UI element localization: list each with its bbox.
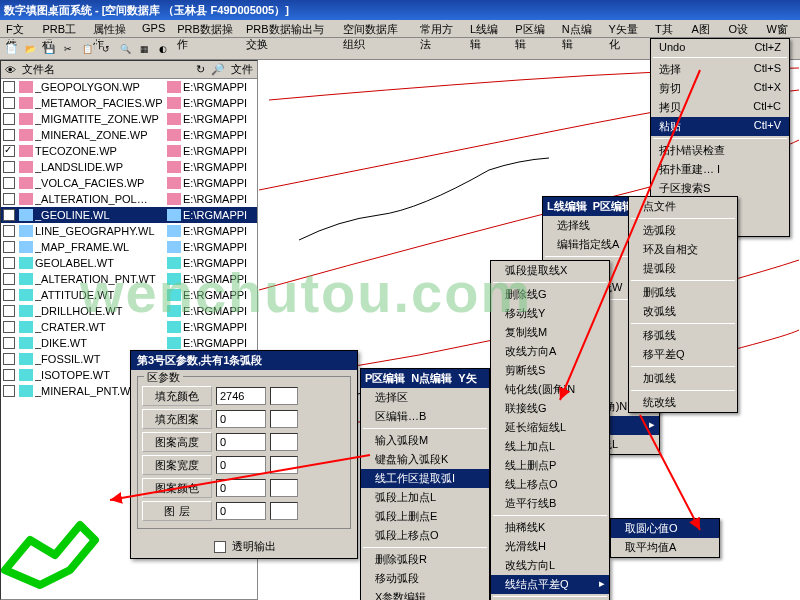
param-value[interactable]: 0	[216, 502, 266, 520]
file-row[interactable]: TECOZONE.WPE:\RGMAPPI	[1, 143, 257, 159]
menu-item[interactable]: 光滑线H	[491, 537, 609, 556]
file-checkbox[interactable]	[3, 385, 15, 397]
transparent-checkbox[interactable]	[214, 541, 226, 553]
param-value[interactable]: 0	[216, 433, 266, 451]
menu-PRB数据输出与交换[interactable]: PRB数据输出与交换	[240, 20, 337, 37]
menu-node-avg[interactable]: 取圆心值O取平均值A	[610, 518, 720, 558]
param-button[interactable]: 图 层	[142, 501, 212, 521]
param-button[interactable]: 填充图案	[142, 409, 212, 429]
file-row[interactable]: _ALTERATION_PNT.WTE:\RGMAPPI	[1, 271, 257, 287]
menu-item[interactable]: 移动线Y	[491, 304, 609, 323]
menu-GPS[interactable]: GPS	[136, 20, 171, 37]
file-row[interactable]: _MAP_FRAME.WLE:\RGMAPPI	[1, 239, 257, 255]
file-checkbox[interactable]	[3, 81, 15, 93]
color-swatch[interactable]	[270, 410, 298, 428]
param-value[interactable]: 0	[216, 410, 266, 428]
menu-L线编辑[interactable]: L线编辑	[464, 20, 509, 37]
file-checkbox[interactable]	[3, 129, 15, 141]
tool-icon[interactable]: ↺	[97, 40, 115, 58]
file-row[interactable]: _GEOLINE.WLE:\RGMAPPI	[1, 207, 257, 223]
menu-item[interactable]: 删除弧段R	[361, 550, 489, 569]
menu-item[interactable]: 复制线M	[491, 323, 609, 342]
param-button[interactable]: 图案宽度	[142, 455, 212, 475]
menu-item[interactable]: 延长缩短线L	[491, 418, 609, 437]
file-checkbox[interactable]	[3, 289, 15, 301]
menu-item[interactable]: 弧段上删点E	[361, 507, 489, 526]
menu-item[interactable]: X参数编辑	[361, 588, 489, 600]
menu-item[interactable]: 取平均值A	[611, 538, 719, 557]
file-checkbox[interactable]	[3, 321, 15, 333]
tool-icon[interactable]: 💾	[40, 40, 58, 58]
param-button[interactable]: 图案高度	[142, 432, 212, 452]
file-row[interactable]: _VOLCA_FACIES.WPE:\RGMAPPI	[1, 175, 257, 191]
color-swatch[interactable]	[270, 387, 298, 405]
menu-item[interactable]: 改线方向L	[491, 556, 609, 575]
file-row[interactable]: _CRATER.WTE:\RGMAPPI	[1, 319, 257, 335]
menu-item[interactable]: UndoCtl+Z	[651, 39, 789, 55]
menu-item[interactable]: 键盘输入弧段K	[361, 450, 489, 469]
menu-属性操作[interactable]: 属性操作	[87, 20, 136, 37]
file-checkbox[interactable]	[3, 305, 15, 317]
menu-item[interactable]: 统改线	[629, 393, 737, 412]
menu-A图层[interactable]: A图层	[685, 20, 722, 37]
menu-region-edit[interactable]: P区编辑N点编辑Y矢 选择区区编辑…B输入弧段M键盘输入弧段K线工作区提取弧I弧…	[360, 368, 490, 600]
param-value[interactable]: 0	[216, 479, 266, 497]
menu-item[interactable]: 弧段上加点L	[361, 488, 489, 507]
menu-item[interactable]: 粘贴Ctl+V	[651, 117, 789, 136]
menu-PRB数据操作[interactable]: PRB数据操作	[171, 20, 240, 37]
menu-P区编辑[interactable]: P区编辑	[509, 20, 555, 37]
file-row[interactable]: _GEOPOLYGON.WPE:\RGMAPPI	[1, 79, 257, 95]
menu-item[interactable]: 线上移点O	[491, 475, 609, 494]
menu-item[interactable]: 造平行线B	[491, 494, 609, 513]
param-button[interactable]: 填充颜色	[142, 386, 212, 406]
menu-item[interactable]: 点文件	[629, 197, 737, 216]
menu-item[interactable]: 抽稀线K	[491, 518, 609, 537]
menu-O设置[interactable]: O设置	[722, 20, 760, 37]
menu-item[interactable]: 拓扑重建… I	[651, 160, 789, 179]
menu-item[interactable]: 弧段上移点O	[361, 526, 489, 545]
menu-W窗口[interactable]: W窗口	[760, 20, 800, 37]
tool-icon[interactable]: 📂	[21, 40, 39, 58]
tool-icon[interactable]: ◐	[154, 40, 172, 58]
file-row[interactable]: _DRILLHOLE.WTE:\RGMAPPI	[1, 303, 257, 319]
color-swatch[interactable]	[270, 479, 298, 497]
menu-item[interactable]: 线上加点L	[491, 437, 609, 456]
menu-item[interactable]: 剪切Ctl+X	[651, 79, 789, 98]
file-checkbox[interactable]	[3, 209, 15, 221]
menu-item[interactable]: 选择Ctl+S	[651, 60, 789, 79]
menu-bar[interactable]: F文件PRB工程属性操作GPSPRB数据操作PRB数据输出与交换空间数据库组织常…	[0, 20, 800, 38]
menu-item[interactable]: 区编辑…B	[361, 407, 489, 426]
menu-item[interactable]: 加弧线	[629, 369, 737, 388]
file-checkbox[interactable]	[3, 193, 15, 205]
menu-item[interactable]: 删弧线	[629, 283, 737, 302]
file-checkbox[interactable]	[3, 225, 15, 237]
menu-item[interactable]: 联接线G	[491, 399, 609, 418]
file-checkbox[interactable]	[3, 369, 15, 381]
menu-item[interactable]: 线工作区提取弧I	[361, 469, 489, 488]
menu-item[interactable]: 线上删点P	[491, 456, 609, 475]
param-value[interactable]: 0	[216, 456, 266, 474]
file-checkbox[interactable]	[3, 337, 15, 349]
menu-item[interactable]: 环及自相交	[629, 240, 737, 259]
menu-N点编辑[interactable]: N点编辑	[556, 20, 603, 37]
file-row[interactable]: _ALTERATION_POL…E:\RGMAPPI	[1, 191, 257, 207]
file-checkbox[interactable]	[3, 241, 15, 253]
tool-icon[interactable]: ▦	[135, 40, 153, 58]
menu-item[interactable]: 取圆心值O	[611, 519, 719, 538]
file-row[interactable]: GEOLABEL.WTE:\RGMAPPI	[1, 255, 257, 271]
file-checkbox[interactable]	[3, 177, 15, 189]
menu-item[interactable]: 移动弧段	[361, 569, 489, 588]
file-checkbox[interactable]	[3, 145, 15, 157]
color-swatch[interactable]	[270, 502, 298, 520]
eye-icon[interactable]: 👁	[5, 64, 16, 76]
file-row[interactable]: _MIGMATITE_ZONE.WPE:\RGMAPPI	[1, 111, 257, 127]
tool-icon[interactable]: 📋	[78, 40, 96, 58]
file-checkbox[interactable]	[3, 113, 15, 125]
file-row[interactable]: _MINERAL_ZONE.WPE:\RGMAPPI	[1, 127, 257, 143]
param-button[interactable]: 图案颜色	[142, 478, 212, 498]
tool-icon[interactable]: 🔍	[116, 40, 134, 58]
menu-item[interactable]: 拓扑错误检查	[651, 141, 789, 160]
menu-item[interactable]: 拷贝Ctl+C	[651, 98, 789, 117]
tool-icon[interactable]: ✂	[59, 40, 77, 58]
menu-extract-arc[interactable]: 弧段提取线X删除线G移动线Y复制线M改线方向A剪断线S钝化线(圆角)N联接线G延…	[490, 260, 610, 600]
